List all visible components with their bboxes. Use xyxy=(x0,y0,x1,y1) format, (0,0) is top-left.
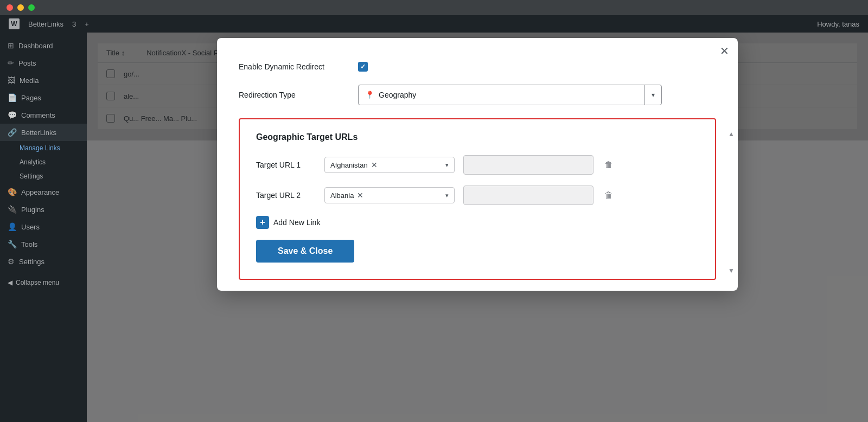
add-new-link-button[interactable]: + Add New Link xyxy=(256,216,320,229)
sidebar-item-appearance[interactable]: 🎨 Appearance xyxy=(0,183,87,201)
sidebar-item-dashboard[interactable]: ⊞ Dashboard xyxy=(0,37,87,54)
sidebar-item-betterlinks[interactable]: 🔗 BetterLinks xyxy=(0,124,87,141)
collapse-menu-btn[interactable]: ◀ Collapse menu xyxy=(0,274,87,291)
admin-bar-new[interactable]: + xyxy=(85,20,89,28)
sidebar-sub-settings[interactable]: Settings xyxy=(0,169,87,183)
sidebar-item-label: Comments xyxy=(21,111,55,119)
target-url-1-country-select[interactable]: Afghanistan ✕ ▾ xyxy=(324,157,455,173)
titlebar-close-btn[interactable] xyxy=(7,4,13,11)
sidebar-item-label: Pages xyxy=(21,94,41,102)
outer-close-button[interactable]: ✕ xyxy=(674,39,684,52)
posts-icon: ✏ xyxy=(8,59,14,67)
sidebar-item-media[interactable]: 🖼 Media xyxy=(0,72,87,89)
wp-layout: ⊞ Dashboard ✏ Posts 🖼 Media 📄 Pages 💬 Co… xyxy=(0,33,868,422)
admin-bar-comments[interactable]: 3 xyxy=(72,20,76,28)
geo-target-title: Geographic Target URLs xyxy=(256,132,699,142)
wp-admin-bar: W BetterLinks 3 + Howdy, tanas xyxy=(0,15,868,33)
target-url-1-delete-btn[interactable]: 🗑 xyxy=(602,158,615,172)
country-tag-name: Afghanistan xyxy=(330,161,368,169)
country-select-arrow[interactable]: ▾ xyxy=(445,162,449,169)
appearance-icon: 🎨 xyxy=(8,188,17,196)
dropdown-arrow[interactable]: ▾ xyxy=(645,87,661,103)
sidebar-item-label: Dashboard xyxy=(18,42,53,50)
modal-header: ✕ xyxy=(217,38,738,56)
enable-dynamic-redirect-checkbox[interactable] xyxy=(358,62,368,72)
sidebar-item-users[interactable]: 👤 Users xyxy=(0,218,87,235)
country-select-arrow[interactable]: ▾ xyxy=(445,192,449,199)
sidebar-item-comments[interactable]: 💬 Comments xyxy=(0,106,87,124)
country-tag-name: Albania xyxy=(330,191,354,200)
sidebar: ⊞ Dashboard ✏ Posts 🖼 Media 📄 Pages 💬 Co… xyxy=(0,33,87,422)
users-icon: 👤 xyxy=(8,222,17,231)
sidebar-item-plugins[interactable]: 🔌 Plugins xyxy=(0,201,87,218)
geo-pin-icon: 📍 xyxy=(365,91,374,99)
content-area: Title ↕ NotificationX - Social Proof Mar… xyxy=(87,33,868,422)
target-url-1-label: Target URL 1 xyxy=(256,161,316,169)
albania-tag: Albania ✕ xyxy=(330,191,363,200)
titlebar-min-btn[interactable] xyxy=(17,4,24,11)
afghanistan-tag: Afghanistan ✕ xyxy=(330,161,378,169)
modal-close-button[interactable]: ✕ xyxy=(720,46,729,56)
sidebar-item-label: Appearance xyxy=(21,188,59,196)
titlebar xyxy=(0,0,868,15)
redirection-type-dropdown[interactable]: 📍 Geography ▾ xyxy=(358,85,662,105)
sidebar-item-label: Plugins xyxy=(21,206,44,214)
target-url-2-delete-btn[interactable]: 🗑 xyxy=(602,188,615,202)
geo-target-box: Geographic Target URLs Target URL 1 Afgh… xyxy=(239,118,716,280)
target-url-2-input[interactable] xyxy=(463,186,593,205)
pages-icon: 📄 xyxy=(8,93,17,102)
redirection-type-value: Geography xyxy=(379,91,416,99)
plugins-icon: 🔌 xyxy=(8,205,17,214)
sidebar-item-label: Settings xyxy=(19,258,44,266)
target-url-2-label: Target URL 2 xyxy=(256,191,316,200)
enable-dynamic-redirect-row: Enable Dynamic Redirect xyxy=(239,62,716,72)
modal-body[interactable]: Enable Dynamic Redirect Redirection Type… xyxy=(217,56,738,291)
target-url-1-row: Target URL 1 Afghanistan ✕ ▾ 🗑 xyxy=(256,155,699,175)
media-icon: 🖼 xyxy=(8,76,15,85)
target-url-2-country-select[interactable]: Albania ✕ ▾ xyxy=(324,187,455,203)
collapse-icon: ◀ xyxy=(8,279,12,286)
sidebar-item-label: BetterLinks xyxy=(21,129,56,137)
enable-dynamic-redirect-label: Enable Dynamic Redirect xyxy=(239,62,347,71)
titlebar-max-btn[interactable] xyxy=(28,4,35,11)
redirection-type-row: Redirection Type 📍 Geography ▾ xyxy=(239,85,716,105)
tools-icon: 🔧 xyxy=(8,240,17,248)
target-url-1-input[interactable] xyxy=(463,155,593,175)
country-tag-remove[interactable]: ✕ xyxy=(357,191,363,200)
sidebar-item-posts[interactable]: ✏ Posts xyxy=(0,54,87,72)
modal: ✕ Enable Dynamic Redirect Redirection Ty… xyxy=(217,38,738,291)
admin-bar-howdy: Howdy, tanas xyxy=(817,20,859,28)
add-new-link-label: Add New Link xyxy=(273,218,320,227)
redirection-type-label: Redirection Type xyxy=(239,91,347,99)
add-new-link-icon: + xyxy=(256,216,269,229)
modal-overlay: ✕ ✕ Enable Dynamic Redirect Redirection … xyxy=(87,33,868,422)
collapse-label: Collapse menu xyxy=(16,279,59,286)
country-tag-remove[interactable]: ✕ xyxy=(371,161,378,169)
sidebar-item-settings[interactable]: ⚙ Settings xyxy=(0,253,87,270)
admin-bar-site[interactable]: BetterLinks xyxy=(28,20,63,28)
dashboard-icon: ⊞ xyxy=(8,41,14,50)
sidebar-item-label: Users xyxy=(21,223,40,231)
sidebar-sub-analytics[interactable]: Analytics xyxy=(0,155,87,169)
comments-icon: 💬 xyxy=(8,111,17,119)
wp-logo-icon: W xyxy=(9,18,20,29)
settings-icon: ⚙ xyxy=(8,257,15,266)
sidebar-item-label: Media xyxy=(20,76,39,85)
target-url-2-row: Target URL 2 Albania ✕ ▾ 🗑 xyxy=(256,186,699,205)
sidebar-item-label: Tools xyxy=(21,240,37,248)
dropdown-value: 📍 Geography xyxy=(359,86,644,104)
betterlinks-icon: 🔗 xyxy=(8,128,17,137)
save-close-button[interactable]: Save & Close xyxy=(256,240,354,263)
sidebar-sub-manage-links[interactable]: Manage Links xyxy=(0,141,87,155)
sidebar-item-pages[interactable]: 📄 Pages xyxy=(0,89,87,106)
sidebar-item-tools[interactable]: 🔧 Tools xyxy=(0,235,87,253)
sidebar-item-label: Posts xyxy=(18,59,36,67)
